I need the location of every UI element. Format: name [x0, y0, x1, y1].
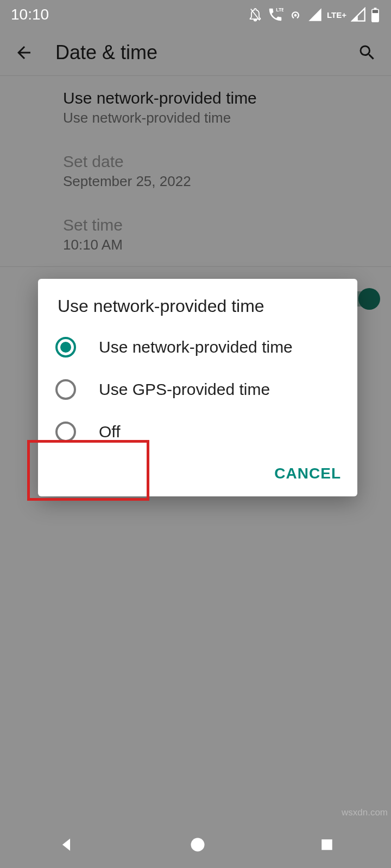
radio-label: Use GPS-provided time — [99, 380, 270, 399]
radio-label: Use network-provided time — [99, 338, 293, 356]
radio-icon — [55, 379, 76, 400]
radio-icon — [55, 337, 76, 358]
radio-label: Off — [99, 423, 120, 441]
nav-recent-icon[interactable] — [320, 838, 334, 852]
navigation-bar — [0, 821, 391, 868]
cancel-button[interactable]: CANCEL — [274, 465, 341, 482]
nav-back-icon[interactable] — [57, 835, 75, 854]
svg-point-2 — [191, 838, 205, 852]
battery-icon — [370, 7, 380, 22]
dialog-title: Use network-provided time — [38, 296, 357, 326]
radio-icon — [55, 422, 76, 442]
svg-rect-3 — [321, 839, 332, 850]
status-time: 10:10 — [11, 6, 49, 23]
volte-call-icon: LTE — [267, 7, 283, 23]
svg-text:LTE: LTE — [276, 7, 283, 12]
watermark: wsxdn.com — [342, 807, 388, 818]
signal-icon-1 — [307, 7, 323, 22]
radio-option-network[interactable]: Use network-provided time — [45, 326, 351, 368]
svg-rect-1 — [373, 10, 379, 13]
radio-option-off[interactable]: Off — [45, 411, 351, 453]
status-bar: 10:10 LTE LTE+ — [0, 0, 391, 29]
lte-plus-icon: LTE+ — [327, 10, 346, 20]
status-icons: LTE LTE+ — [248, 7, 380, 23]
nav-home-icon[interactable] — [190, 837, 206, 853]
signal-icon-2 — [351, 7, 366, 22]
radio-option-gps[interactable]: Use GPS-provided time — [45, 368, 351, 411]
hotspot-icon — [288, 7, 303, 22]
time-source-dialog: Use network-provided time Use network-pr… — [38, 279, 357, 496]
dnd-icon — [248, 7, 263, 22]
